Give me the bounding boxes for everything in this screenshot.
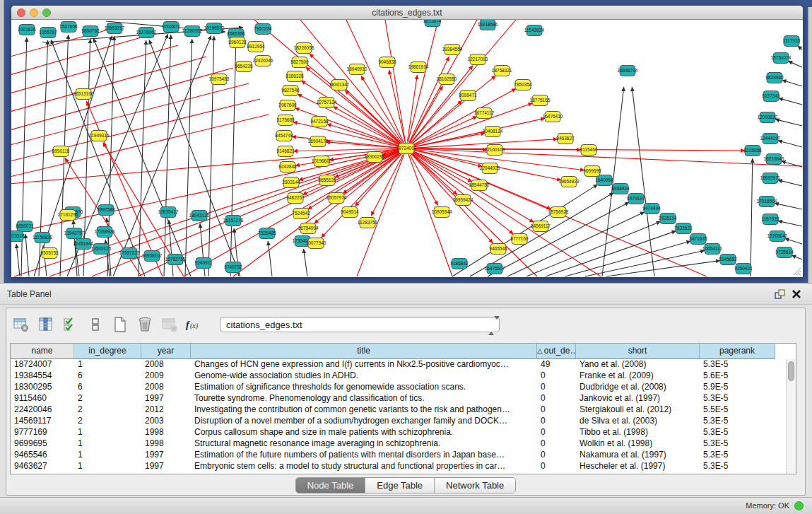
network-node[interactable]: 9465546 — [489, 244, 507, 255]
network-node[interactable]: 8099471 — [459, 90, 477, 101]
table-cell[interactable]: 2008 — [141, 359, 191, 370]
table-cell[interactable]: 6 — [74, 382, 141, 393]
network-node[interactable]: 15057974 — [326, 193, 347, 204]
table-cell[interactable]: 1997 — [141, 450, 191, 461]
table-cell[interactable]: de Silva et al. (2003) — [576, 416, 700, 427]
network-node[interactable]: 3913518 — [11, 231, 25, 242]
table-cell[interactable]: 5.3E-5 — [700, 359, 775, 370]
network-node[interactable]: 2803144 — [282, 177, 300, 188]
network-node[interactable]: 7524542 — [292, 209, 310, 219]
network-node[interactable]: 9245652 — [719, 255, 737, 265]
network-node[interactable]: 11280952 — [182, 26, 203, 37]
network-node[interactable]: 9115460 — [580, 145, 598, 156]
close-panel-icon[interactable] — [791, 288, 802, 300]
row-selection-icon[interactable] — [61, 315, 80, 334]
network-node[interactable]: 22420046 — [253, 56, 273, 66]
function-builder-icon[interactable]: f(x) — [185, 315, 204, 334]
network-node[interactable]: 12444197 — [760, 134, 781, 144]
table-cell[interactable]: Dudbridge et al. (2008) — [576, 382, 700, 393]
table-cell[interactable]: 1 — [74, 461, 141, 472]
network-node[interactable]: 15751074 — [771, 53, 792, 64]
network-node[interactable]: 18043125 — [189, 211, 210, 221]
table-cell[interactable]: 0 — [537, 404, 576, 416]
table-cell[interactable]: 19384554 — [11, 370, 74, 382]
network-node[interactable]: 9472158 — [310, 117, 329, 127]
table-cell[interactable]: 5.3E-5 — [700, 461, 775, 472]
network-node[interactable]: 1055787 — [39, 28, 57, 38]
network-node[interactable]: 19861914 — [408, 62, 429, 73]
network-node[interactable]: 7526485 — [258, 228, 276, 239]
table-row[interactable]: 911546021997Tourette syndrome. Phenomeno… — [11, 393, 796, 404]
network-node[interactable]: 17957223 — [119, 248, 140, 259]
table-cell[interactable]: Estimation of the future numbers of pati… — [191, 450, 537, 461]
table-cell[interactable]: Hescheler et al. (1997) — [576, 461, 700, 472]
network-window-titlebar[interactable]: citations_edges.txt — [11, 6, 803, 20]
network-node[interactable]: 18226058 — [294, 43, 314, 54]
tab-network-table[interactable]: Network Table — [435, 478, 515, 493]
network-node[interactable]: 9242848 — [278, 162, 297, 173]
network-node[interactable]: 2301826 — [18, 25, 36, 35]
network-node[interactable]: 12093822 — [758, 112, 778, 123]
network-node[interactable]: 9146821 — [276, 146, 295, 157]
network-node[interactable]: 16476507 — [485, 264, 505, 274]
table-cell[interactable]: 1997 — [141, 461, 191, 472]
network-node[interactable]: 1167533 — [762, 214, 779, 225]
column-header-in_degree[interactable]: in_degree — [74, 344, 141, 359]
network-node[interactable]: 12160108 — [485, 145, 505, 156]
table-cell[interactable]: 1 — [74, 450, 141, 461]
table-cell[interactable]: 18724007 — [11, 359, 74, 370]
table-row[interactable]: 946554611997Estimation of the future num… — [11, 450, 796, 461]
network-node[interactable]: 15276062 — [136, 28, 157, 38]
table-cell[interactable]: 9115460 — [11, 393, 74, 404]
table-cell[interactable]: 1 — [74, 427, 141, 438]
network-node[interactable]: 8471676 — [689, 234, 707, 245]
table-cell[interactable]: 1998 — [141, 427, 191, 438]
table-cell[interactable]: Changes of HCN gene expression and I(f) … — [191, 359, 537, 370]
table-cell[interactable]: 5.3E-5 — [700, 450, 775, 461]
table-cell[interactable]: Yano et al. (2008) — [576, 359, 700, 370]
table-cell[interactable]: 1997 — [141, 393, 191, 404]
network-node[interactable]: 9827509 — [290, 57, 309, 68]
table-cell[interactable]: 2 — [74, 416, 141, 427]
network-node[interactable]: 9735614 — [775, 247, 794, 258]
network-node[interactable]: 18544750 — [469, 180, 490, 191]
table-cell[interactable]: Stergiakouli et al. (2012) — [576, 404, 700, 416]
network-node[interactable]: 1527606 — [59, 22, 78, 33]
network-node[interactable]: 2935114 — [659, 214, 677, 224]
network-node[interactable]: 17016504 — [757, 197, 777, 207]
table-selector[interactable]: citations_edges.txt — [220, 317, 500, 332]
network-node[interactable]: 7632621 — [674, 223, 693, 234]
network-node[interactable]: 16157278 — [223, 216, 244, 226]
network-node[interactable]: 8813074 — [423, 20, 442, 27]
table-cell[interactable]: 1998 — [141, 438, 191, 450]
network-node[interactable]: 9654228 — [235, 62, 253, 72]
table-scrollbar[interactable] — [786, 359, 796, 474]
network-node[interactable]: 26513106 — [73, 89, 94, 100]
network-node[interactable]: 9463627 — [556, 134, 575, 144]
table-cell[interactable]: Tourette syndrome. Phenomenology and cla… — [191, 393, 537, 404]
table-cell[interactable]: 22420046 — [11, 404, 74, 416]
network-node[interactable]: 11283751 — [358, 218, 378, 228]
network-node[interactable]: 16949910 — [347, 64, 367, 75]
table-cell[interactable]: 1 — [74, 438, 141, 450]
tab-edge-table[interactable]: Edge Table — [365, 478, 435, 493]
table-cell[interactable]: Corpus callosum shape and size in male p… — [191, 427, 537, 438]
table-cell[interactable]: 6 — [74, 370, 141, 382]
network-node[interactable]: 9474444 — [642, 204, 661, 214]
table-cell[interactable]: 5.5E-5 — [700, 404, 775, 416]
table-cell[interactable]: 2012 — [141, 404, 191, 416]
table-cell[interactable]: Jankovic et al. (1997) — [576, 393, 700, 404]
network-node[interactable]: 16774112 — [474, 108, 495, 119]
table-row[interactable]: 1872400712008Changes of HCN gene express… — [11, 359, 796, 370]
table-cell[interactable]: 18300295 — [11, 382, 74, 393]
network-node[interactable]: 18162550 — [437, 74, 457, 85]
table-cell[interactable]: Nakamura et al. (1997) — [576, 450, 700, 461]
network-node[interactable]: 10905344 — [432, 207, 452, 218]
table-cell[interactable]: 9777169 — [11, 427, 74, 438]
network-node[interactable]: 16904174 — [308, 136, 329, 147]
network-node[interactable]: 10196522 — [204, 23, 225, 34]
network-node[interactable]: 3175685 — [276, 115, 295, 126]
network-node[interactable]: 7850354 — [514, 80, 532, 90]
table-cell[interactable]: 14569117 — [11, 416, 74, 427]
table-cell[interactable]: 5.3E-5 — [700, 393, 775, 404]
